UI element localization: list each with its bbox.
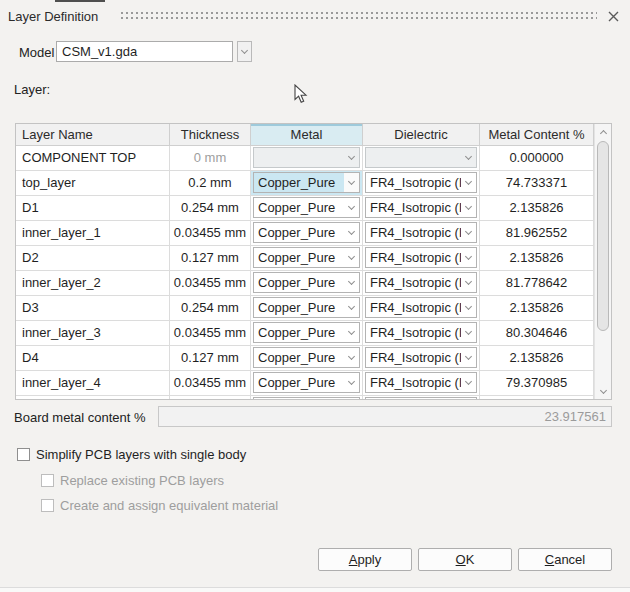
metal-select[interactable]: Copper_Pure	[253, 222, 360, 243]
dielectric-select[interactable]: FR4_Isotropic (I	[365, 222, 477, 243]
dielectric-cell: FR4_Isotropic (I	[363, 271, 480, 296]
col-header-metal-content: Metal Content %	[480, 124, 594, 146]
metal-cell: Copper_Pure	[251, 221, 363, 246]
col-header-metal: Metal	[251, 124, 363, 146]
layer-name-cell[interactable]: COMPONENT TOP	[16, 146, 170, 171]
layer-name-cell[interactable]: inner_layer_3	[16, 321, 170, 346]
layer-name-cell[interactable]: D3	[16, 296, 170, 321]
chevron-down-icon	[461, 273, 476, 292]
col-header-layer-name: Layer Name	[16, 124, 170, 146]
chevron-down-icon	[344, 273, 359, 292]
col-header-dielectric: Dielectric	[363, 124, 480, 146]
metal-cell: Copper_Pure	[251, 321, 363, 346]
metal-cell-selected: Copper_Pure	[251, 171, 363, 196]
dielectric-select[interactable]: FR4_Isotropic (I	[365, 372, 477, 393]
drag-handle[interactable]	[121, 12, 597, 19]
thickness-cell[interactable]: 0 mm	[170, 146, 251, 171]
chevron-down-icon	[461, 223, 476, 242]
vertical-scrollbar[interactable]	[594, 124, 611, 399]
scroll-up-icon[interactable]	[595, 124, 611, 140]
table-row: D4 0.127 mm Copper_Pure FR4_Isotropic (I…	[16, 346, 594, 371]
layer-name-cell[interactable]: D1	[16, 196, 170, 221]
chevron-down-icon	[461, 248, 476, 267]
metal-select[interactable]: Copper_Pure	[253, 322, 360, 343]
metal-select[interactable]: Copper_Pure	[253, 172, 360, 193]
dielectric-select[interactable]: FR4_Isotropic (I	[365, 247, 477, 268]
layer-definition-dialog: Layer Definition Model CSM_v1.gda Layer:…	[0, 0, 630, 592]
metal-select[interactable]: Copper_Pure	[253, 297, 360, 318]
checkbox-box[interactable]	[17, 448, 30, 461]
thickness-cell[interactable]: 0.03455 mm	[170, 271, 251, 296]
chevron-down-icon	[461, 298, 476, 317]
apply-button[interactable]: Apply	[318, 548, 412, 571]
layer-name-cell[interactable]: D4	[16, 346, 170, 371]
ok-button[interactable]: OK	[418, 548, 512, 571]
board-metal-content-field: 23.917561	[158, 406, 612, 427]
model-chevron-down-icon[interactable]	[237, 41, 252, 62]
table-row: inner_layer_4 0.03455 mm Copper_Pure FR4…	[16, 371, 594, 396]
metal-content-cell: 2.135826	[480, 196, 594, 221]
thickness-cell[interactable]: 0.254 mm	[170, 196, 251, 221]
thickness-cell[interactable]: 0.2 mm	[170, 171, 251, 196]
dialog-bottom-edge	[0, 587, 630, 592]
metal-content-cell: 0.000000	[480, 146, 594, 171]
dielectric-select[interactable]: FR4_Isotropic (I	[365, 197, 477, 218]
dialog-title: Layer Definition	[8, 9, 98, 24]
metal-content-cell: 2.135826	[480, 296, 594, 321]
col-header-thickness: Thickness	[170, 124, 251, 146]
chevron-down-icon	[344, 198, 359, 217]
layer-name-cell[interactable]: inner_layer_2	[16, 271, 170, 296]
dielectric-select[interactable]: FR4_Isotropic (I	[365, 297, 477, 318]
dielectric-select[interactable]: FR4_Isotropic (I	[365, 347, 477, 368]
metal-select[interactable]: Copper_Pure	[253, 247, 360, 268]
thickness-cell[interactable]: 0.127 mm	[170, 346, 251, 371]
chevron-down-icon	[344, 348, 359, 367]
scrollbar-thumb[interactable]	[597, 141, 609, 331]
metal-cell: Copper_Pure	[251, 296, 363, 321]
metal-cell	[251, 146, 363, 171]
thickness-cell[interactable]: 0.254 mm	[170, 296, 251, 321]
table-row: COMPONENT TOP 0 mm 0.000000	[16, 146, 594, 171]
thickness-cell[interactable]: 0.03455 mm	[170, 321, 251, 346]
metal-select[interactable]: Copper_Pure	[253, 197, 360, 218]
cancel-button[interactable]: Cancel	[518, 548, 612, 571]
metal-content-cell: 79.370985	[480, 371, 594, 396]
dielectric-select[interactable]: FR4_Isotropic (I	[365, 322, 477, 343]
metal-select[interactable]: Copper_Pure	[253, 272, 360, 293]
chevron-down-icon	[344, 173, 359, 192]
layer-name-cell[interactable]: top_layer	[16, 171, 170, 196]
scroll-down-icon[interactable]	[595, 383, 611, 399]
checkbox-label: Simplify PCB layers with single body	[36, 447, 246, 462]
thickness-cell[interactable]: 0.127 mm	[170, 246, 251, 271]
close-icon[interactable]	[605, 8, 621, 24]
dielectric-cell: FR4_Isotropic (I	[363, 371, 480, 396]
layer-name-cell[interactable]: D2	[16, 246, 170, 271]
chevron-down-icon	[344, 248, 359, 267]
model-select[interactable]: CSM_v1.gda	[56, 41, 233, 62]
dielectric-cell: FR4_Isotropic (I	[363, 171, 480, 196]
metal-cell: Copper_Pure	[251, 271, 363, 296]
metal-content-cell: 2.135826	[480, 246, 594, 271]
chevron-down-icon	[461, 148, 476, 167]
model-label: Model	[19, 45, 54, 60]
simplify-pcb-layers-checkbox[interactable]: Simplify PCB layers with single body	[17, 447, 246, 462]
thickness-cell[interactable]: 0.03455 mm	[170, 371, 251, 396]
table-row: inner_layer_3 0.03455 mm Copper_Pure FR4…	[16, 321, 594, 346]
create-equivalent-material-checkbox: Create and assign equivalent material	[41, 498, 278, 513]
metal-select[interactable]: Copper_Pure	[253, 347, 360, 368]
dielectric-cell: FR4_Isotropic (I	[363, 221, 480, 246]
chevron-down-icon	[461, 198, 476, 217]
metal-cell: Copper_Pure	[251, 346, 363, 371]
chevron-down-icon	[461, 348, 476, 367]
dielectric-select[interactable]: FR4_Isotropic (I	[365, 172, 477, 193]
table-row: inner_layer_2 0.03455 mm Copper_Pure FR4…	[16, 271, 594, 296]
dielectric-select[interactable]: FR4_Isotropic (I	[365, 272, 477, 293]
table-row: D2 0.127 mm Copper_Pure FR4_Isotropic (I…	[16, 246, 594, 271]
thickness-cell[interactable]: 0.03455 mm	[170, 221, 251, 246]
layer-name-cell[interactable]: inner_layer_1	[16, 221, 170, 246]
replace-existing-pcb-layers-checkbox: Replace existing PCB layers	[41, 473, 224, 488]
metal-select[interactable]: Copper_Pure	[253, 372, 360, 393]
layer-name-cell[interactable]: inner_layer_4	[16, 371, 170, 396]
metal-cell: Copper_Pure	[251, 246, 363, 271]
checkbox-label: Replace existing PCB layers	[60, 473, 224, 488]
